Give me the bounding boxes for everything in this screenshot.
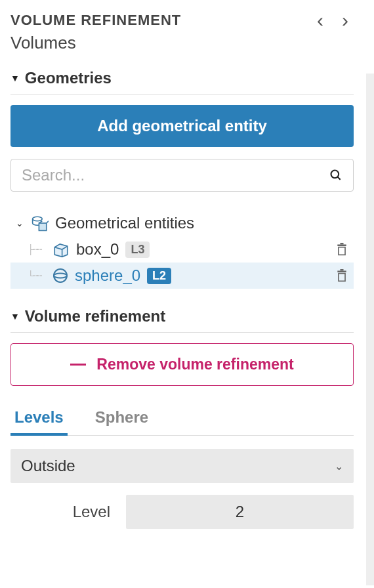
disclosure-triangle-icon: ▼ — [10, 73, 20, 83]
geometries-section: ▼ Geometries Add geometrical entity ⌄ — [10, 69, 354, 289]
remove-volume-refinement-button[interactable]: Remove volume refinement — [10, 343, 354, 386]
svg-rect-13 — [339, 274, 345, 282]
cube-icon — [52, 241, 70, 258]
svg-point-0 — [331, 171, 339, 178]
disclosure-triangle-icon: ▼ — [10, 311, 20, 322]
chevron-down-icon: ⌄ — [335, 460, 343, 472]
trash-icon[interactable] — [335, 242, 348, 257]
level-badge: L3 — [125, 242, 150, 258]
tab-sphere[interactable]: Sphere — [91, 402, 152, 436]
tree-connector-icon: └╌╌ — [28, 270, 46, 281]
svg-line-1 — [338, 177, 341, 180]
sphere-icon — [52, 268, 68, 284]
nav-prev-button[interactable]: ‹ — [317, 10, 323, 30]
tree-item-label: sphere_0 — [75, 266, 140, 285]
svg-rect-3 — [39, 223, 46, 230]
svg-rect-8 — [339, 247, 345, 255]
page-title: VOLUME REFINEMENT — [10, 12, 181, 29]
volume-refinement-section: ▼ Volume refinement Remove volume refine… — [10, 307, 354, 529]
tree-item-sphere[interactable]: └╌╌ sphere_0 L2 — [10, 262, 354, 289]
search-icon — [329, 169, 343, 182]
geometries-section-header[interactable]: ▼ Geometries — [10, 69, 354, 94]
svg-rect-11 — [337, 271, 346, 273]
volume-refinement-section-title: Volume refinement — [25, 307, 165, 326]
svg-rect-6 — [337, 245, 346, 247]
subtitle: Volumes — [10, 33, 354, 53]
entity-tree: ⌄ Geometrical entities ├╌╌ box_0 L3 — [10, 210, 354, 289]
chevron-down-icon: ⌄ — [16, 218, 25, 228]
tree-item-label: box_0 — [76, 240, 119, 259]
add-geometrical-entity-button[interactable]: Add geometrical entity — [10, 105, 354, 147]
svg-point-10 — [54, 274, 67, 278]
search-input[interactable] — [22, 166, 329, 184]
remove-button-label: Remove volume refinement — [96, 356, 293, 373]
outside-dropdown[interactable]: Outside ⌄ — [10, 449, 354, 483]
svg-rect-12 — [341, 269, 344, 271]
search-wrap — [10, 159, 354, 192]
dropdown-value: Outside — [21, 457, 75, 475]
nav-arrows: ‹ › — [317, 10, 354, 30]
geometries-section-title: Geometries — [25, 69, 112, 87]
tabs: Levels Sphere — [10, 402, 354, 436]
tree-root[interactable]: ⌄ Geometrical entities — [10, 210, 354, 236]
minus-icon — [70, 364, 86, 366]
svg-point-9 — [54, 269, 67, 282]
trash-icon[interactable] — [335, 268, 348, 283]
svg-rect-7 — [341, 243, 344, 245]
level-field-row: Level — [10, 495, 354, 529]
level-input[interactable] — [126, 495, 354, 529]
svg-line-5 — [47, 221, 49, 223]
tab-levels[interactable]: Levels — [10, 402, 68, 436]
svg-point-2 — [33, 217, 43, 221]
scrollbar[interactable] — [366, 74, 374, 585]
database-cube-icon — [31, 215, 49, 232]
tree-root-label: Geometrical entities — [55, 214, 194, 232]
tree-item-box[interactable]: ├╌╌ box_0 L3 — [10, 236, 354, 262]
level-badge: L2 — [147, 268, 171, 284]
nav-next-button[interactable]: › — [342, 10, 348, 30]
level-field-label: Level — [10, 503, 115, 521]
volume-refinement-section-header[interactable]: ▼ Volume refinement — [10, 307, 354, 333]
tree-connector-icon: ├╌╌ — [28, 244, 46, 255]
